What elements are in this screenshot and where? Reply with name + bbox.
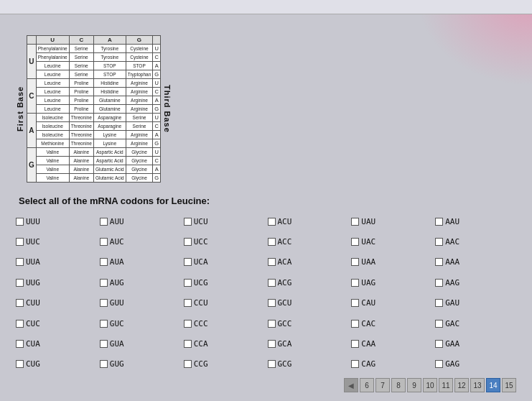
page-14-button[interactable]: 14 [486,378,500,392]
codon-checkbox-ucg[interactable] [184,279,192,287]
codon-item-gcu[interactable]: GCU [268,294,349,313]
codon-item-uag[interactable]: UAG [351,273,432,292]
codon-checkbox-aua[interactable] [100,258,108,266]
codon-checkbox-aac[interactable] [435,238,443,246]
codon-item-aua[interactable]: AUA [100,253,181,272]
codon-checkbox-uag[interactable] [351,279,359,287]
codon-item-gag[interactable]: GAG [435,355,516,374]
page-13-button[interactable]: 13 [470,378,485,392]
codon-checkbox-aca[interactable] [268,258,276,266]
codon-checkbox-auc[interactable] [100,238,108,246]
codon-checkbox-gag[interactable] [435,360,443,368]
codon-item-aau[interactable]: AAU [435,212,516,231]
page-8-button[interactable]: 8 [391,378,406,392]
page-11-button[interactable]: 11 [439,378,453,392]
codon-item-guu[interactable]: GUU [100,294,181,313]
codon-item-aug[interactable]: AUG [100,273,181,292]
codon-checkbox-uuu[interactable] [16,218,24,226]
codon-checkbox-cuc[interactable] [16,320,24,328]
codon-item-guc[interactable]: GUC [100,314,181,333]
codon-checkbox-ccc[interactable] [184,320,192,328]
codon-checkbox-cug[interactable] [16,360,24,368]
codon-checkbox-gcg[interactable] [268,360,276,368]
codon-checkbox-ccu[interactable] [184,299,192,307]
codon-item-cuu[interactable]: CUU [16,294,97,313]
codon-item-uaa[interactable]: UAA [351,253,432,272]
codon-item-acg[interactable]: ACG [268,273,349,292]
codon-checkbox-guc[interactable] [100,320,108,328]
codon-checkbox-uac[interactable] [351,238,359,246]
codon-item-cag[interactable]: CAG [351,355,432,374]
codon-checkbox-cag[interactable] [351,360,359,368]
codon-item-gcg[interactable]: GCG [268,355,349,374]
codon-checkbox-gaa[interactable] [435,340,443,348]
codon-item-gcc[interactable]: GCC [268,314,349,333]
codon-checkbox-aaa[interactable] [435,258,443,266]
codon-checkbox-guu[interactable] [100,299,108,307]
codon-item-gua[interactable]: GUA [100,334,181,353]
page-7-button[interactable]: 7 [375,378,390,392]
codon-checkbox-ccg[interactable] [184,360,192,368]
codon-checkbox-acg[interactable] [268,279,276,287]
codon-checkbox-caa[interactable] [351,340,359,348]
codon-checkbox-gcc[interactable] [268,320,276,328]
codon-item-ucg[interactable]: UCG [184,273,265,292]
codon-checkbox-ucu[interactable] [184,218,192,226]
codon-item-gau[interactable]: GAU [435,294,516,313]
codon-item-acc[interactable]: ACC [268,232,349,251]
codon-item-ccg[interactable]: CCG [184,355,265,374]
codon-item-gaa[interactable]: GAA [435,334,516,353]
codon-checkbox-cau[interactable] [351,299,359,307]
codon-item-uuc[interactable]: UUC [16,232,97,251]
codon-checkbox-cac[interactable] [351,320,359,328]
codon-checkbox-gau[interactable] [435,299,443,307]
codon-checkbox-cca[interactable] [184,340,192,348]
codon-item-aaa[interactable]: AAA [435,253,516,272]
codon-item-gac[interactable]: GAC [435,314,516,333]
codon-checkbox-acu[interactable] [268,218,276,226]
codon-item-acu[interactable]: ACU [268,212,349,231]
page-6-button[interactable]: 6 [360,378,374,392]
codon-item-cug[interactable]: CUG [16,355,97,374]
codon-checkbox-gug[interactable] [100,360,108,368]
page-12-button[interactable]: 12 [454,378,469,392]
codon-checkbox-aag[interactable] [435,279,443,287]
codon-checkbox-ucc[interactable] [184,238,192,246]
codon-item-cua[interactable]: CUA [16,334,97,353]
page-15-button[interactable]: 15 [502,378,516,392]
page-10-button[interactable]: 10 [423,378,437,392]
codon-item-auu[interactable]: AUU [100,212,181,231]
codon-checkbox-uug[interactable] [16,279,24,287]
codon-checkbox-gac[interactable] [435,320,443,328]
codon-checkbox-cua[interactable] [16,340,24,348]
codon-item-cca[interactable]: CCA [184,334,265,353]
codon-item-ccu[interactable]: CCU [184,294,265,313]
codon-item-ucu[interactable]: UCU [184,212,265,231]
codon-item-uca[interactable]: UCA [184,253,265,272]
codon-item-aag[interactable]: AAG [435,273,516,292]
codon-item-cuc[interactable]: CUC [16,314,97,333]
codon-item-uug[interactable]: UUG [16,273,97,292]
codon-checkbox-uuc[interactable] [16,238,24,246]
codon-item-uua[interactable]: UUA [16,253,97,272]
codon-checkbox-aug[interactable] [100,279,108,287]
codon-item-ccc[interactable]: CCC [184,314,265,333]
codon-checkbox-gua[interactable] [100,340,108,348]
codon-checkbox-gcu[interactable] [268,299,276,307]
codon-item-cac[interactable]: CAC [351,314,432,333]
codon-checkbox-uca[interactable] [184,258,192,266]
codon-item-gca[interactable]: GCA [268,334,349,353]
page-9-button[interactable]: 9 [407,378,421,392]
codon-checkbox-uaa[interactable] [351,258,359,266]
codon-checkbox-uau[interactable] [351,218,359,226]
codon-item-uuu[interactable]: UUU [16,212,97,231]
codon-item-uac[interactable]: UAC [351,232,432,251]
codon-item-ucc[interactable]: UCC [184,232,265,251]
codon-checkbox-aau[interactable] [435,218,443,226]
codon-item-uau[interactable]: UAU [351,212,432,231]
codon-checkbox-gca[interactable] [268,340,276,348]
codon-item-auc[interactable]: AUC [100,232,181,251]
codon-checkbox-cuu[interactable] [16,299,24,307]
codon-item-caa[interactable]: CAA [351,334,432,353]
codon-item-gug[interactable]: GUG [100,355,181,374]
